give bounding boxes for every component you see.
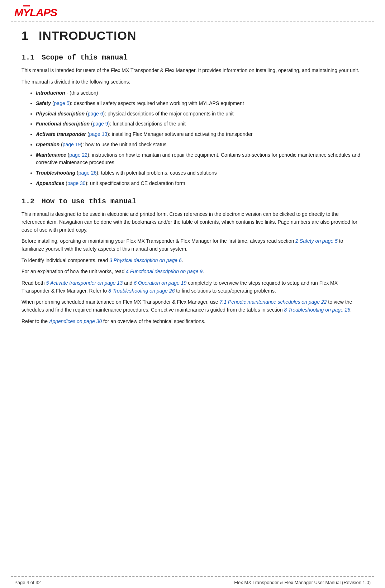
bullet-paren-open: ( <box>86 131 89 137</box>
bullet-bold: Operation <box>36 142 60 147</box>
para5-mid: and <box>123 280 134 286</box>
bullet-link[interactable]: page 30 <box>67 180 86 186</box>
bullet-link[interactable]: page 13 <box>89 131 108 137</box>
bullet-rest: : how to use the unit and check status <box>82 142 166 147</box>
page-footer: Page 4 of 32 Flex MX Transponder & Flex … <box>0 576 385 588</box>
para5-prefix: Read both <box>22 280 46 286</box>
para6-prefix: When performing scheduled maintenance on… <box>22 299 220 305</box>
bullet-rest: : unit specifications and CE declaration… <box>87 180 185 186</box>
list-item: Physical description (page 6): physical … <box>36 110 363 118</box>
para2-link[interactable]: 2 Safety on page 5 <box>295 238 338 244</box>
bullet-bold: Introduction <box>36 90 65 96</box>
page-content: 1INTRODUCTION 1.1Scope of this manual Th… <box>0 22 385 336</box>
para3-prefix: To identify individual components, read <box>22 257 109 263</box>
para5-suffix2: to find solutions to setup/operating pro… <box>175 288 276 294</box>
section-1-1-para1: This manual is intended for users of the… <box>22 67 363 75</box>
section-1-1-para2: The manual is divided into the following… <box>22 78 363 86</box>
bullet-bold: Troubleshooting <box>36 170 75 176</box>
bullet-rest: : installing Flex Manager software and a… <box>109 131 253 137</box>
para2-prefix: Before installing, operating or maintain… <box>22 238 295 244</box>
list-item: Operation (page 19): how to use the unit… <box>36 141 363 149</box>
list-item: Functional description (page 9): functio… <box>36 120 363 128</box>
bullet-bold: Activate transponder <box>36 131 86 137</box>
page: MYLAPS 1INTRODUCTION 1.1Scope of this ma… <box>0 0 385 588</box>
bullet-paren-open: ( <box>60 142 63 147</box>
para6-link2[interactable]: 8 Troubleshooting on page 26 <box>284 307 350 313</box>
bullet-bold: Safety <box>36 100 51 106</box>
list-item: Activate transponder (page 13): installi… <box>36 131 363 138</box>
section-1-1-title: 1.1Scope of this manual <box>22 53 363 62</box>
bullet-bold: Physical description <box>36 111 85 117</box>
bullet-paren-open: ( <box>90 121 93 127</box>
section-1-2-para4: For an explanation of how the unit works… <box>22 268 363 276</box>
list-item: Safety (page 5): describes all safety as… <box>36 100 363 108</box>
section-1-2-title: 1.2How to use this manual <box>22 197 363 205</box>
footer-page-number: Page 4 of 32 <box>14 580 41 585</box>
bullet-paren-open: ( <box>85 111 88 117</box>
section-1-2-para3: To identify individual components, read … <box>22 257 363 265</box>
bullet-paren-open: ( <box>64 180 67 186</box>
bullet-bold: Functional description <box>36 121 90 127</box>
section-1-1-title-text: Scope of this manual <box>42 53 128 62</box>
list-item: Maintenance (page 22): instructions on h… <box>36 151 363 167</box>
bullet-rest: : describes all safety aspects required … <box>71 100 244 106</box>
section-1-1-bullet-list: Introduction - (this section) Safety (pa… <box>36 89 363 187</box>
list-item: Appendices (page 30): unit specification… <box>36 180 363 188</box>
section-1-2-para1: This manual is designed to be used in el… <box>22 210 363 234</box>
bullet-link[interactable]: page 9 <box>93 121 108 127</box>
bullet-rest: : functional descriptions of the unit <box>110 121 186 127</box>
section-1-2-number: 1.2 <box>22 197 34 205</box>
footer-content: Page 4 of 32 Flex MX Transponder & Flex … <box>0 577 385 588</box>
para5-link2[interactable]: 6 Operation on page 19 <box>134 280 186 286</box>
para4-link[interactable]: 4 Functional description on page 9 <box>126 269 203 274</box>
para6-suffix: . <box>350 307 352 313</box>
footer-document-title: Flex MX Transponder & Flex Manager User … <box>234 580 371 585</box>
bullet-rest: : physical descriptions of the major com… <box>105 111 234 117</box>
para3-link[interactable]: 3 Physical description on page 6 <box>109 257 182 263</box>
bullet-rest: : tables with potential problems, causes… <box>98 170 217 176</box>
para4-prefix: For an explanation of how the unit works… <box>22 269 126 274</box>
page-header: MYLAPS <box>0 0 385 21</box>
bullet-rest: - (this section) <box>65 90 98 96</box>
section-1-1-number: 1.1 <box>22 53 34 62</box>
para3-suffix: . <box>182 257 183 263</box>
section-1-2-para6: When performing scheduled maintenance on… <box>22 298 363 314</box>
bullet-link[interactable]: page 26 <box>79 170 97 176</box>
bullet-link[interactable]: page 22 <box>69 152 87 158</box>
list-item: Troubleshooting (page 26): tables with p… <box>36 169 363 177</box>
bullet-link[interactable]: page 5 <box>54 100 70 106</box>
chapter-title-text: INTRODUCTION <box>39 29 137 42</box>
para6-link1[interactable]: 7.1 Periodic maintenance schedules on pa… <box>220 299 327 305</box>
section-1-2-para5: Read both 5 Activate transponder on page… <box>22 279 363 295</box>
bullet-bold: Maintenance <box>36 152 66 158</box>
bullet-link[interactable]: page 19 <box>63 142 81 147</box>
section-1-2-title-text: How to use this manual <box>42 197 136 205</box>
chapter-number: 1 <box>22 29 29 43</box>
section-1-2-para7: Refer to the Appendices on page 30 for a… <box>22 318 363 326</box>
para4-suffix: . <box>203 269 204 274</box>
para7-prefix: Refer to the <box>22 318 49 324</box>
list-item: Introduction - (this section) <box>36 89 363 97</box>
bullet-paren-open: ( <box>51 100 54 106</box>
logo: MYLAPS <box>14 6 57 19</box>
section-1-2-para2: Before installing, operating or maintain… <box>22 237 363 253</box>
chapter-title: 1INTRODUCTION <box>22 29 363 43</box>
para5-link1[interactable]: 5 Activate transponder on page 13 <box>46 280 123 286</box>
para7-link[interactable]: Appendices on page 30 <box>49 318 102 324</box>
bullet-paren-open: ( <box>75 170 79 176</box>
bullet-link[interactable]: page 6 <box>88 111 103 117</box>
para5-link3[interactable]: 8 Troubleshooting on page 26 <box>108 288 175 294</box>
para7-suffix: for an overview of the technical specifi… <box>102 318 205 324</box>
bullet-bold: Appendices <box>36 180 64 186</box>
